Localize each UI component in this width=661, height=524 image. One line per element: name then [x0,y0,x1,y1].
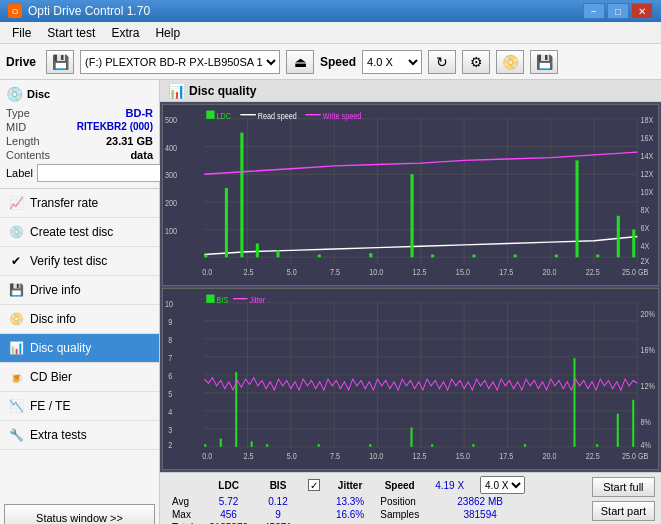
svg-text:Jitter: Jitter [250,294,266,305]
disc-type-value: BD-R [126,107,154,119]
status-window-button[interactable]: Status window >> [4,504,155,524]
nav-fe-te-label: FE / TE [30,399,70,413]
refresh-button[interactable]: ↻ [428,50,456,74]
svg-text:15.0: 15.0 [456,266,470,277]
stats-table: LDC BIS ✓ Jitter Speed 4.19 X 4.0 X [164,475,582,524]
disc-panel-icon: 💿 [6,86,23,102]
svg-text:10.0: 10.0 [369,450,383,461]
menu-extra[interactable]: Extra [103,24,147,42]
save-button[interactable]: 💾 [530,50,558,74]
disc-info-icon: 📀 [8,311,24,327]
svg-text:10: 10 [165,298,173,309]
svg-rect-29 [576,160,579,257]
stats-bar: LDC BIS ✓ Jitter Speed 4.19 X 4.0 X [160,472,661,524]
svg-text:7.5: 7.5 [330,266,340,277]
svg-text:BIS: BIS [217,294,229,305]
bis-header: BIS [256,475,300,495]
app-icon: O [8,4,22,18]
disc-mid-label: MID [6,121,26,133]
svg-rect-90 [369,444,371,447]
drive-icon-btn[interactable]: 💾 [46,50,74,74]
svg-text:8%: 8% [640,416,651,427]
disc-panel-header: 💿 Disc [6,86,153,102]
nav-disc-info[interactable]: 📀 Disc info [0,305,159,334]
svg-text:4%: 4% [640,439,651,450]
nav-cd-bier[interactable]: 🍺 CD Bier [0,363,159,392]
position-value: 23862 MB [427,495,533,508]
svg-text:4: 4 [168,406,172,417]
max-label: Max [164,508,201,521]
content-area: 📊 Disc quality [160,80,661,524]
svg-text:17.5: 17.5 [499,266,513,277]
svg-rect-28 [555,255,558,258]
svg-text:6X: 6X [640,222,649,233]
disc-mid-row: MID RITEKBR2 (000) [6,120,153,134]
svg-rect-93 [472,444,474,447]
disc-length-label: Length [6,135,40,147]
svg-text:5.0: 5.0 [287,450,297,461]
disc-contents-label: Contents [6,149,50,161]
svg-text:14X: 14X [640,150,653,161]
svg-text:7.5: 7.5 [330,450,340,461]
svg-text:Write speed: Write speed [323,110,362,121]
settings-button[interactable]: ⚙ [462,50,490,74]
svg-rect-24 [411,174,414,257]
close-button[interactable]: ✕ [631,3,653,19]
svg-text:500: 500 [165,114,177,125]
svg-rect-33 [206,111,214,119]
nav-fe-te[interactable]: 📉 FE / TE [0,392,159,421]
menu-file[interactable]: File [4,24,39,42]
svg-rect-85 [220,439,222,447]
svg-rect-94 [524,444,526,447]
svg-text:17.5: 17.5 [499,450,513,461]
svg-text:8X: 8X [640,204,649,215]
svg-rect-84 [204,444,206,447]
media-button[interactable]: 📀 [496,50,524,74]
speed-select[interactable]: 4.0 X [362,50,422,74]
svg-text:20.0: 20.0 [543,266,557,277]
maximize-button[interactable]: □ [607,3,629,19]
menu-help[interactable]: Help [147,24,188,42]
nav-drive-info-label: Drive info [30,283,81,297]
nav-extra-tests[interactable]: 🔧 Extra tests [0,421,159,450]
svg-text:2X: 2X [640,255,649,266]
nav-disc-info-label: Disc info [30,312,76,326]
create-test-disc-icon: 💿 [8,224,24,240]
start-part-button[interactable]: Start part [592,501,655,521]
svg-text:15.0: 15.0 [456,450,470,461]
titlebar-controls[interactable]: − □ ✕ [583,3,653,19]
svg-rect-22 [318,255,321,258]
chart1-container: LDC Read speed Write speed 500 400 300 2… [162,104,659,286]
svg-text:22.5: 22.5 [586,450,600,461]
eject-button[interactable]: ⏏ [286,50,314,74]
svg-text:6: 6 [168,370,172,381]
nav-drive-info[interactable]: 💾 Drive info [0,276,159,305]
svg-rect-98 [632,400,634,447]
app-title: Opti Drive Control 1.70 [28,4,150,18]
transfer-rate-icon: 📈 [8,195,24,211]
nav-disc-quality[interactable]: 📊 Disc quality [0,334,159,363]
drive-select[interactable]: (F:) PLEXTOR BD-R PX-LB950SA 1.06 [80,50,280,74]
chart1-svg: LDC Read speed Write speed 500 400 300 2… [163,105,658,285]
nav-create-test-disc[interactable]: 💿 Create test disc [0,218,159,247]
svg-text:Read speed: Read speed [258,110,297,121]
jitter-checkbox[interactable]: ✓ [308,479,320,491]
svg-text:12X: 12X [640,168,653,179]
nav-verify-test-disc[interactable]: ✔ Verify test disc [0,247,159,276]
nav-verify-test-disc-label: Verify test disc [30,254,107,268]
nav-transfer-rate[interactable]: 📈 Transfer rate [0,189,159,218]
menu-start-test[interactable]: Start test [39,24,103,42]
drive-info-icon: 💾 [8,282,24,298]
minimize-button[interactable]: − [583,3,605,19]
speed-label: Speed [320,55,356,69]
svg-text:200: 200 [165,197,177,208]
samples-value: 381594 [427,508,533,521]
disc-type-row: Type BD-R [6,106,153,120]
svg-rect-21 [276,250,279,257]
cd-bier-icon: 🍺 [8,369,24,385]
svg-rect-26 [472,255,475,258]
start-full-button[interactable]: Start full [592,477,655,497]
disc-label-input[interactable] [37,164,170,182]
svg-rect-19 [240,133,243,258]
speed-stat-select[interactable]: 4.0 X [480,476,525,494]
